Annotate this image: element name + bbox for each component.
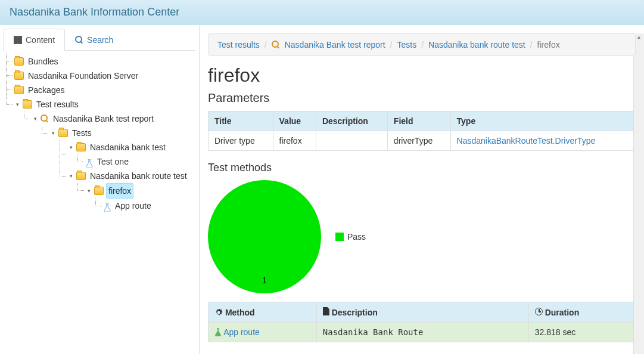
col-method: Method [209,302,317,323]
sidebar: Content Search Bundles Nasdanika Foundat… [0,25,200,354]
tree-node-report[interactable]: ▾Nasdanika Bank test report [32,112,195,126]
parameters-table: Title Value Description Field Type Drive… [208,111,636,151]
tree-node-nfs[interactable]: Nasdanika Foundation Server [14,69,195,83]
col-value: Value [273,112,316,131]
tree-label: Nasdanika bank test [88,140,167,154]
cell-field: driverType [387,131,450,151]
cell-title: Driver type [209,131,273,151]
folder-icon [94,187,104,195]
tree-node-app-route[interactable]: App route [104,199,195,213]
flask-icon [86,157,93,166]
folder-icon [14,86,24,94]
col-method-label: Method [225,308,255,317]
collapse-icon[interactable]: ▾ [68,144,74,150]
tree-label: App route [113,199,153,213]
chart-legend: Pass [335,232,366,242]
flask-icon [104,202,111,210]
page-title: firefox [208,64,636,86]
tree-label: Nasdanika bank route test [88,169,189,183]
gear-icon [214,308,223,317]
clock-icon [535,308,543,315]
cell-description: Nasdanika Bank Route [316,323,528,342]
folder-icon [76,143,86,151]
legend-label-pass: Pass [347,232,366,242]
magnifier-icon [41,114,49,123]
folder-icon [23,100,32,109]
col-description: Description [316,302,528,323]
legend-swatch-pass [335,233,344,241]
type-link[interactable]: NasdanikaBankRouteTest.DriverType [457,136,596,146]
pie-slice-pass: 1 [208,180,321,293]
pie-chart: 1 Pass [208,180,636,293]
breadcrumb-tests[interactable]: Tests [397,40,416,49]
pie-value: 1 [262,275,267,285]
folder-icon [14,72,24,80]
cell-method: App route [209,323,317,342]
col-title: Title [209,112,273,131]
collapse-icon[interactable]: ▾ [32,116,38,122]
table-row: App route Nasdanika Bank Route 32.818 se… [209,323,636,342]
nav-tree: Bundles Nasdanika Foundation Server Pack… [4,54,195,213]
parameters-heading: Parameters [208,91,636,105]
main-content: ▴ Test results / Nasdanika Bank test rep… [200,25,644,354]
breadcrumb-test-results[interactable]: Test results [217,40,260,49]
cell-value: firefox [273,131,316,151]
breadcrumb-sep: / [530,40,533,49]
document-icon [323,307,329,315]
sidebar-tabs: Content Search [4,29,195,51]
breadcrumb-nbrt[interactable]: Nasdanika bank route test [428,40,525,49]
test-methods-heading: Test methods [208,162,636,174]
tree-label: Test one [95,154,130,169]
collapse-icon[interactable]: ▾ [14,101,20,107]
scrollbar[interactable]: ▴ [633,33,644,354]
col-duration-label: Duration [545,308,580,317]
tree-node-tests[interactable]: ▾Tests [50,126,195,140]
col-description-label: Description [332,308,378,317]
folder-icon [76,172,86,180]
tree-label: Tests [70,126,94,140]
tree-label: Bundles [26,54,60,69]
breadcrumb-sep: / [421,40,424,49]
col-field: Field [387,112,450,131]
app-header: Nasdanika Bank Information Center [0,0,644,25]
folder-icon [14,57,24,66]
tab-search[interactable]: Search [65,29,123,51]
tree-label: Test results [35,97,80,112]
tree-label: Packages [26,83,66,97]
collapse-icon[interactable]: ▾ [86,188,92,194]
tree-node-packages[interactable]: Packages [14,83,195,97]
folder-icon [58,129,68,137]
tree-node-test-one[interactable]: Test one [86,154,195,169]
method-link[interactable]: App route [223,327,260,337]
collapse-icon[interactable]: ▾ [50,130,56,136]
col-duration: Duration [528,302,635,323]
tree-node-bundles[interactable]: Bundles [14,54,195,69]
cell-description [316,131,387,151]
breadcrumb-sep: / [265,40,267,49]
tree-node-nbt[interactable]: ▾Nasdanika bank test [68,140,195,154]
app-title: Nasdanika Bank Information Center [10,6,179,18]
tree-node-firefox[interactable]: ▾firefox [86,183,195,199]
search-icon [75,36,83,44]
book-icon [14,36,22,44]
tree-node-nbrt[interactable]: ▾Nasdanika bank route test [68,169,195,183]
table-row: Driver type firefox driverType Nasdanika… [209,131,636,151]
tree-label-selected: firefox [106,183,133,199]
tab-content[interactable]: Content [4,29,65,51]
breadcrumb-current: firefox [537,40,560,49]
cell-type: NasdanikaBankRouteTest.DriverType [450,131,635,151]
tree-node-test-results[interactable]: ▾Test results [14,97,195,112]
breadcrumb-report[interactable]: Nasdanika Bank test report [285,40,385,49]
breadcrumb-sep: / [390,40,393,49]
flask-icon [214,328,222,336]
methods-table: Method Description Duration App route Na… [208,302,636,342]
col-type: Type [450,112,635,131]
tree-label: Nasdanika Bank test report [51,112,155,126]
col-description: Description [316,112,387,131]
collapse-icon[interactable]: ▾ [68,173,74,179]
magnifier-icon [272,41,280,49]
tree-label: Nasdanika Foundation Server [26,69,140,83]
cell-duration: 32.818 sec [528,323,635,342]
tab-search-label: Search [87,35,113,45]
tab-content-label: Content [26,35,55,45]
